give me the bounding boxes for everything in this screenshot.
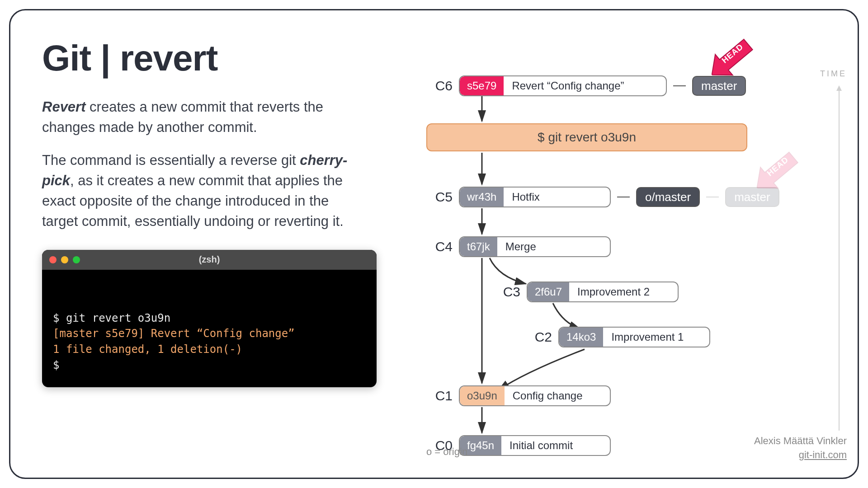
c5-msg: Hotfix [504, 188, 610, 206]
terminal-title: (zsh) [42, 254, 377, 265]
c0-msg: Initial commit [501, 436, 610, 455]
commit-c4-row: C4 t67jk Merge [426, 236, 611, 257]
commit-c5: wr43h Hotfix [459, 187, 611, 207]
c3-msg: Improvement 2 [569, 282, 678, 301]
commit-c2: 14ko3 Improvement 1 [558, 327, 710, 347]
slide-frame: Git | revert Revert creates a new commit… [9, 9, 859, 479]
commit-c0: fg45n Initial commit [459, 435, 611, 456]
term-line-4: $ [53, 357, 366, 373]
terminal-header: (zsh) [42, 250, 377, 270]
time-axis [839, 87, 840, 431]
branch-o-master: o/master [636, 187, 700, 207]
commit-c2-row: C2 14ko3 Improvement 1 [526, 327, 710, 347]
credit-name: Alexis Määttä Vinkler [754, 434, 847, 448]
commit-c3: 2f6u7 Improvement 2 [527, 282, 679, 302]
c1-msg: Config change [505, 386, 610, 405]
c6-msg: Revert “Config change” [504, 76, 666, 95]
connector-line-faded [706, 197, 719, 197]
commit-c4: t67jk Merge [459, 236, 611, 257]
paragraph-2: The command is essentially a reverse git… [42, 150, 368, 232]
maximize-icon[interactable] [73, 256, 80, 263]
window-controls [49, 256, 80, 263]
credit: Alexis Määttä Vinkler git-init.com [754, 434, 847, 462]
commit-c5-row: C5 wr43h Hotfix o/master master [426, 187, 779, 207]
command-bar: $ git revert o3u9n [426, 123, 747, 151]
c4-hash: t67jk [460, 237, 497, 256]
c3-label: C3 [494, 284, 520, 300]
term-line-1: $ git revert o3u9n [53, 310, 366, 326]
c2-hash: 14ko3 [559, 328, 603, 347]
c1-label: C1 [426, 388, 453, 404]
connector-line [673, 85, 686, 86]
terminal-body: $ git revert o3u9n [master s5e79] Revert… [42, 270, 377, 387]
legend-origin: o = origin [426, 446, 467, 458]
terminal-window: (zsh) $ git revert o3u9n [master s5e79] … [42, 250, 377, 387]
p1-strong: Revert [42, 99, 86, 115]
c3-hash: 2f6u7 [528, 282, 569, 301]
c2-msg: Improvement 1 [603, 328, 709, 347]
c6-label: C6 [426, 78, 453, 94]
commit-c6: s5e79 Revert “Config change” [459, 75, 667, 96]
c5-label: C5 [426, 189, 453, 205]
c2-label: C2 [526, 329, 552, 345]
term-line-3: 1 file changed, 1 deletion(-) [53, 342, 366, 357]
commit-c6-row: C6 s5e79 Revert “Config change” master [426, 75, 746, 96]
credit-link[interactable]: git-init.com [754, 448, 847, 462]
commit-c1-row: C1 o3u9n Config change [426, 385, 611, 406]
c5-hash: wr43h [460, 188, 504, 206]
commit-c1: o3u9n Config change [459, 385, 611, 406]
term-line-2: [master s5e79] Revert “Config change” [53, 326, 366, 342]
minimize-icon[interactable] [61, 256, 68, 263]
p2b: , as it creates a new commit that applie… [42, 173, 344, 229]
paragraph-1: Revert creates a new commit that reverts… [42, 97, 368, 138]
connector-line [617, 197, 630, 197]
c4-label: C4 [426, 239, 453, 254]
close-icon[interactable] [49, 256, 57, 263]
p2a: The command is essentially a reverse git [42, 152, 300, 168]
time-label: TIME [820, 69, 847, 79]
c4-msg: Merge [497, 237, 610, 256]
c6-hash: s5e79 [460, 76, 504, 95]
commit-c3-row: C3 2f6u7 Improvement 2 [494, 282, 679, 302]
commit-diagram: C6 s5e79 Revert “Config change” master H… [426, 56, 833, 453]
c1-hash: o3u9n [460, 386, 505, 405]
